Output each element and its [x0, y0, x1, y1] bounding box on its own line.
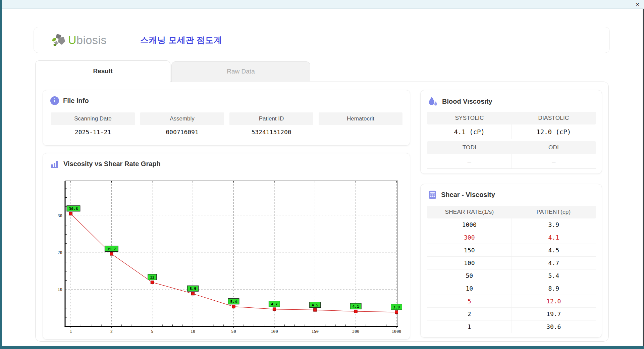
shear-viscosity-title-row: Shear - Viscosity — [421, 184, 602, 199]
app-logo: Ubiosis — [51, 32, 107, 48]
patient-viscosity-cell: 4.7 — [512, 257, 596, 269]
blood-drops-icon — [428, 96, 438, 106]
svg-text:1: 1 — [69, 329, 72, 334]
svg-text:1000: 1000 — [392, 329, 401, 334]
file-info-fields: Scanning Date2025-11-21Assembly000716091… — [51, 112, 402, 139]
shear-viscosity-table: SHEAR RATE(1/s) PATIENT(cp) 10003.93004.… — [427, 206, 596, 333]
tab-raw-data[interactable]: Raw Data — [171, 61, 310, 82]
header-card: Ubiosis 스캐닝 모세관 점도계 — [34, 27, 610, 53]
logo-text: Ubiosis — [68, 34, 107, 47]
patient-viscosity-cell: 4.1 — [512, 231, 596, 244]
shear-rate-cell: 1000 — [427, 218, 512, 231]
shear-rate-cell: 300 — [427, 231, 512, 244]
bar-chart-icon — [50, 159, 59, 168]
svg-text:150: 150 — [311, 329, 319, 334]
shear-table-body: 10003.93004.11504.51004.7505.4108.9512.0… — [427, 218, 596, 333]
patient-viscosity-cell: 19.7 — [512, 308, 596, 320]
shear-rate-cell: 150 — [427, 244, 512, 256]
svg-text:3.9: 3.9 — [393, 305, 400, 309]
patient-column-header: PATIENT(cp) — [512, 206, 596, 218]
shear-table-row: 1504.5 — [427, 244, 596, 257]
shear-rate-cell: 5 — [427, 295, 512, 307]
shear-rate-cell: 2 — [427, 308, 512, 320]
shear-rate-cell: 1 — [427, 320, 512, 333]
app-title: 스캐닝 모세관 점도계 — [140, 35, 222, 46]
todi-value: – — [427, 154, 512, 168]
svg-text:30.6: 30.6 — [69, 207, 78, 211]
systolic-header: SYSTOLIC — [427, 112, 512, 124]
graph-title-row: Viscosity vs Shear Rate Graph — [43, 153, 410, 168]
graph-title: Viscosity vs Shear Rate Graph — [63, 160, 161, 168]
svg-text:8.9: 8.9 — [190, 287, 196, 291]
viscosity-graph-card: Viscosity vs Shear Rate Graph 1020301251… — [43, 153, 410, 340]
file-field-value: 000716091 — [140, 125, 224, 139]
shear-rate-column-header: SHEAR RATE(1/s) — [427, 206, 512, 218]
svg-text:5: 5 — [151, 329, 153, 334]
diastolic-value: 12.0 (cP) — [512, 124, 596, 139]
svg-text:12: 12 — [150, 275, 154, 280]
patient-viscosity-cell: 8.9 — [512, 282, 596, 295]
shear-rate-cell: 50 — [427, 269, 512, 282]
svg-text:300: 300 — [352, 329, 360, 334]
file-field-scanning-date: Scanning Date2025-11-21 — [51, 112, 135, 139]
file-info-title: File Info — [63, 97, 89, 105]
file-field-label: Hematocrit — [319, 112, 402, 125]
shear-viscosity-title: Shear - Viscosity — [441, 191, 495, 199]
blood-viscosity-title: Blood Viscosity — [442, 98, 492, 105]
svg-text:4.1: 4.1 — [353, 304, 359, 309]
shear-rate-cell: 10 — [427, 282, 512, 295]
file-field-patient-id: Patient ID53241151200 — [229, 112, 313, 139]
info-icon: i — [50, 96, 59, 105]
svg-text:30: 30 — [58, 213, 62, 218]
file-info-title-row: i File Info — [43, 90, 410, 105]
bv-header-row-2: TODI ODI — [427, 141, 596, 154]
systolic-value: 4.1 (cP) — [427, 124, 512, 139]
blood-viscosity-table: SYSTOLIC DIASTOLIC 4.1 (cP) 12.0 (cP) TO… — [427, 112, 596, 169]
shear-table-row: 3004.1 — [427, 231, 596, 244]
shear-table-row: 108.9 — [427, 282, 596, 295]
bv-value-row-1: 4.1 (cP) 12.0 (cP) — [427, 124, 596, 139]
file-field-label: Scanning Date — [51, 112, 135, 125]
shear-table-row: 1004.7 — [427, 257, 596, 269]
window-frame-right — [643, 9, 644, 349]
ubiosis-logo-icon — [51, 32, 67, 48]
bv-header-row-1: SYSTOLIC DIASTOLIC — [427, 112, 596, 124]
svg-text:10: 10 — [191, 329, 195, 334]
file-field-hematocrit: Hematocrit — [319, 112, 402, 139]
todi-header: TODI — [427, 141, 512, 154]
svg-text:4.5: 4.5 — [312, 303, 318, 307]
blood-viscosity-title-row: Blood Viscosity — [421, 90, 602, 106]
shear-table-row: 512.0 — [427, 295, 596, 308]
shear-viscosity-card: Shear - Viscosity SHEAR RATE(1/s) PATIEN… — [420, 184, 602, 338]
shear-table-header-row: SHEAR RATE(1/s) PATIENT(cp) — [427, 206, 596, 218]
file-field-label: Patient ID — [229, 112, 313, 125]
shear-table-row: 219.7 — [427, 308, 596, 320]
tab-result[interactable]: Result — [35, 60, 170, 82]
patient-viscosity-cell: 5.4 — [512, 269, 596, 282]
close-icon[interactable]: × — [636, 0, 639, 8]
diastolic-header: DIASTOLIC — [512, 112, 596, 124]
file-field-assembly: Assembly000716091 — [140, 112, 224, 139]
file-field-value: 53241151200 — [229, 125, 313, 139]
svg-text:20: 20 — [58, 250, 62, 255]
odi-value: – — [512, 154, 596, 168]
patient-viscosity-cell: 4.5 — [512, 244, 596, 256]
window-frame-bottom — [0, 346, 644, 349]
svg-text:4.7: 4.7 — [271, 302, 278, 306]
blood-viscosity-card: Blood Viscosity SYSTOLIC DIASTOLIC 4.1 (… — [420, 90, 602, 174]
window-titlebar: × — [0, 0, 644, 9]
patient-viscosity-cell: 30.6 — [512, 320, 596, 333]
svg-text:19.7: 19.7 — [107, 247, 116, 251]
patient-viscosity-cell: 3.9 — [512, 218, 596, 231]
shear-table-row: 130.6 — [427, 320, 596, 333]
file-info-card: i File Info Scanning Date2025-11-21Assem… — [43, 90, 410, 146]
svg-text:5.4: 5.4 — [230, 300, 237, 304]
bv-value-row-2: – – — [427, 154, 596, 169]
svg-text:2: 2 — [110, 329, 113, 334]
svg-text:10: 10 — [58, 287, 62, 292]
odi-header: ODI — [512, 141, 596, 154]
viscosity-chart: 1020301251050100150300100030.619.7128.95… — [49, 178, 405, 335]
svg-text:100: 100 — [271, 329, 278, 334]
patient-viscosity-cell: 12.0 — [512, 295, 596, 307]
file-field-label: Assembly — [140, 112, 224, 125]
